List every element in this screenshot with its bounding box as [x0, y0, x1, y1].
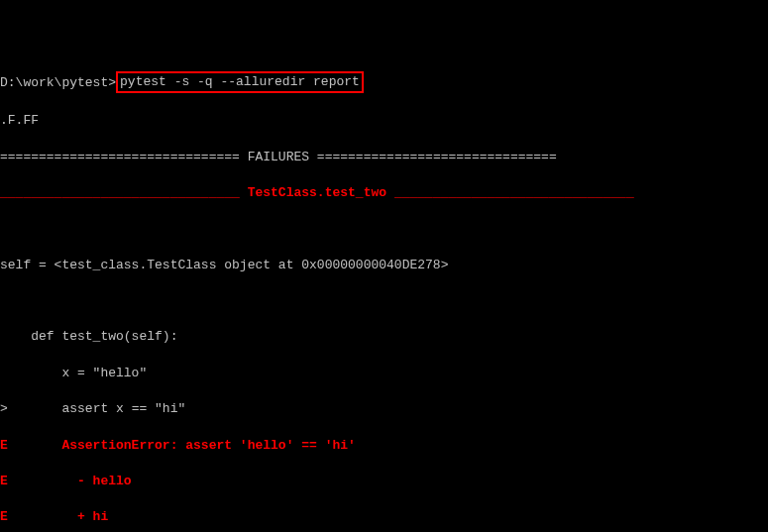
- failures-sep-post: ===============================: [309, 150, 557, 164]
- sep-post: _______________________________: [386, 185, 634, 200]
- prompt: D:\work\pytest>: [0, 75, 116, 90]
- error-line: E AssertionError: assert 'hello' == 'hi': [0, 437, 768, 455]
- self-repr: self = <test_class.TestClass object at 0…: [0, 257, 768, 274]
- test-two-header: TestClass.test_two: [248, 185, 386, 200]
- error-line: E - hello: [0, 473, 768, 490]
- command-text[interactable]: pytest -s -q --alluredir report: [120, 74, 360, 89]
- failures-sep-pre: ===============================: [0, 150, 248, 164]
- test-progress: .F.FF: [0, 112, 768, 130]
- error-line: E + hi: [0, 508, 768, 526]
- command-highlight: pytest -s -q --alluredir report: [116, 71, 364, 93]
- code-line: x = "hello": [0, 365, 768, 382]
- sep-pre: _______________________________: [0, 185, 248, 200]
- code-line: assert x == "hi": [61, 401, 185, 416]
- failures-header: FAILURES: [248, 150, 309, 164]
- marker: >: [0, 401, 61, 416]
- code-line: def test_two(self):: [0, 328, 768, 346]
